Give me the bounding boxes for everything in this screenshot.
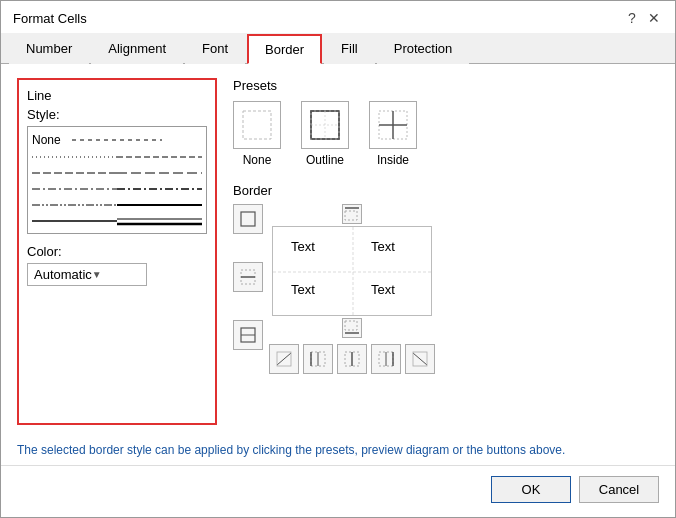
presets-row: None Outline bbox=[233, 101, 659, 167]
line-sample-dashdot bbox=[32, 183, 117, 195]
preset-inside-item[interactable]: Inside bbox=[369, 101, 417, 167]
border-title: Border bbox=[233, 183, 659, 198]
border-right-icon bbox=[377, 350, 395, 368]
preview-text4: Text bbox=[371, 282, 395, 297]
preset-outline-button[interactable] bbox=[301, 101, 349, 149]
border-vcenter-icon bbox=[343, 350, 361, 368]
border-area: Text Text Text Text bbox=[233, 204, 659, 374]
line-style-none[interactable]: None bbox=[32, 131, 202, 149]
preset-inside-label: Inside bbox=[377, 153, 409, 167]
tab-alignment[interactable]: Alignment bbox=[91, 34, 183, 64]
line-sample-dotdash bbox=[72, 134, 162, 146]
border-bottom-icon bbox=[343, 319, 361, 337]
svg-rect-20 bbox=[241, 212, 255, 226]
preset-inside-icon bbox=[375, 107, 411, 143]
border-section: Border bbox=[233, 183, 659, 374]
border-outer-icon bbox=[238, 209, 258, 229]
presets-section: Presets None bbox=[233, 78, 659, 171]
tab-number[interactable]: Number bbox=[9, 34, 89, 64]
cancel-button[interactable]: Cancel bbox=[579, 476, 659, 503]
border-btn-top[interactable] bbox=[342, 204, 362, 224]
title-bar: Format Cells ? ✕ bbox=[1, 1, 675, 33]
line-style-dashdotdot[interactable] bbox=[32, 197, 202, 213]
border-outer2-icon bbox=[238, 325, 258, 345]
line-style-dotted[interactable] bbox=[32, 149, 202, 165]
close-button[interactable]: ✕ bbox=[645, 9, 663, 27]
line-panel: Line Style: None bbox=[17, 78, 217, 425]
help-button[interactable]: ? bbox=[623, 9, 641, 27]
tab-fill[interactable]: Fill bbox=[324, 34, 375, 64]
tab-protection[interactable]: Protection bbox=[377, 34, 470, 64]
bottom-btn-row bbox=[342, 318, 362, 338]
svg-rect-29 bbox=[345, 321, 357, 330]
svg-line-31 bbox=[277, 353, 291, 365]
border-btn-diagonal-down[interactable] bbox=[405, 344, 435, 374]
preset-outline-label: Outline bbox=[306, 153, 344, 167]
line-sample-dotted bbox=[32, 151, 117, 163]
border-left-icon bbox=[309, 350, 327, 368]
color-value: Automatic bbox=[34, 267, 92, 282]
border-btn-bottom-left[interactable] bbox=[233, 320, 263, 350]
dropdown-arrow-icon: ▼ bbox=[92, 269, 140, 280]
border-btn-top-left[interactable] bbox=[233, 204, 263, 234]
preview-column: Text Text Text Text bbox=[269, 204, 435, 374]
line-sample-thick bbox=[117, 215, 202, 227]
presets-title: Presets bbox=[233, 78, 659, 93]
color-dropdown[interactable]: Automatic ▼ bbox=[27, 263, 147, 286]
line-sample-dashed2 bbox=[117, 167, 202, 179]
line-style-thick[interactable] bbox=[32, 213, 202, 229]
info-text: The selected border style can be applied… bbox=[1, 435, 675, 465]
title-bar-buttons: ? ✕ bbox=[623, 9, 663, 27]
svg-line-41 bbox=[413, 353, 427, 365]
line-title: Line bbox=[27, 88, 207, 103]
line-sample-dash-dot bbox=[117, 151, 202, 163]
border-preview-box[interactable]: Text Text Text Text bbox=[272, 226, 432, 316]
color-label: Color: bbox=[27, 244, 207, 259]
line-sample-dashdotdot bbox=[32, 199, 117, 211]
preview-text2: Text bbox=[371, 239, 395, 254]
none-label: None bbox=[32, 133, 72, 147]
preset-none-icon bbox=[239, 107, 275, 143]
border-diagonal-down-icon bbox=[411, 350, 429, 368]
svg-rect-26 bbox=[345, 211, 357, 220]
border-btn-diagonal-up[interactable] bbox=[269, 344, 299, 374]
left-border-buttons bbox=[233, 204, 263, 374]
format-cells-dialog: Format Cells ? ✕ Number Alignment Font B… bbox=[0, 0, 676, 518]
tab-bar: Number Alignment Font Border Fill Protec… bbox=[1, 33, 675, 64]
line-sample-dashed bbox=[32, 167, 117, 179]
preset-none-item[interactable]: None bbox=[233, 101, 281, 167]
tab-border[interactable]: Border bbox=[247, 34, 322, 64]
preview-text3: Text bbox=[291, 282, 315, 297]
border-btn-left[interactable] bbox=[303, 344, 333, 374]
footer: OK Cancel bbox=[1, 465, 675, 517]
bottom-5-buttons bbox=[269, 344, 435, 374]
ok-button[interactable]: OK bbox=[491, 476, 571, 503]
border-btn-mid-left[interactable] bbox=[233, 262, 263, 292]
border-btn-right[interactable] bbox=[371, 344, 401, 374]
preview-text1: Text bbox=[291, 239, 315, 254]
svg-rect-12 bbox=[243, 111, 271, 139]
right-panel: Presets None bbox=[233, 78, 659, 425]
main-content: Line Style: None bbox=[1, 64, 675, 435]
preset-outline-icon bbox=[307, 107, 343, 143]
style-label: Style: bbox=[27, 107, 207, 122]
preset-none-button[interactable] bbox=[233, 101, 281, 149]
preset-none-label: None bbox=[243, 153, 272, 167]
line-style-dashdot[interactable] bbox=[32, 181, 202, 197]
preset-inside-button[interactable] bbox=[369, 101, 417, 149]
line-style-dashed[interactable] bbox=[32, 165, 202, 181]
border-btn-vcenter[interactable] bbox=[337, 344, 367, 374]
top-btn-row bbox=[342, 204, 362, 224]
tab-font[interactable]: Font bbox=[185, 34, 245, 64]
border-top-icon bbox=[343, 205, 361, 223]
line-sample-medium bbox=[32, 215, 117, 227]
line-sample-dashdot2 bbox=[117, 183, 202, 195]
dialog-title: Format Cells bbox=[13, 11, 87, 26]
border-hcenter-icon bbox=[238, 267, 258, 287]
border-diagonal-up-icon bbox=[275, 350, 293, 368]
line-styles-box: None bbox=[27, 126, 207, 234]
color-section: Color: Automatic ▼ bbox=[27, 244, 207, 286]
line-sample-solid bbox=[117, 199, 202, 211]
border-btn-bottom[interactable] bbox=[342, 318, 362, 338]
preset-outline-item[interactable]: Outline bbox=[301, 101, 349, 167]
